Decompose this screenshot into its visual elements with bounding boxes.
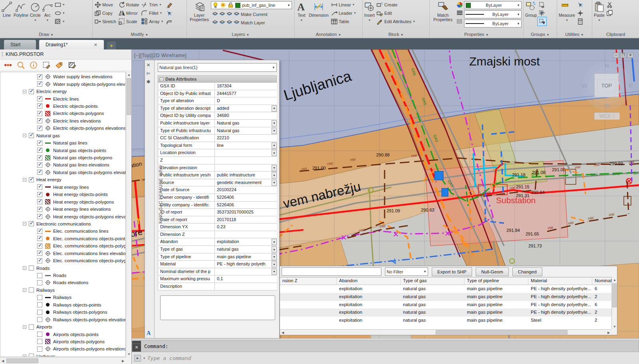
match-layer-button[interactable]: Match Layer <box>211 18 294 27</box>
tree-item[interactable]: Railways objects-points <box>0 301 125 309</box>
tree-checkbox[interactable] <box>37 74 42 79</box>
array-button[interactable]: Array▼ <box>140 17 165 26</box>
tree-item[interactable]: Roads <box>0 272 125 279</box>
attribute-value[interactable] <box>215 157 277 164</box>
text-button[interactable]: AText▼ <box>296 0 308 31</box>
data-attributes-header[interactable]: − Data Attributes <box>158 75 277 83</box>
attribute-value[interactable]: 5226406 <box>215 202 277 209</box>
attribute-value[interactable]: line <box>215 142 272 149</box>
panel-title-annotation[interactable]: Annotation ▼ <box>295 32 362 38</box>
linear-button[interactable]: Linear▼ <box>330 0 357 9</box>
tree-item[interactable]: Natural gas objects-polygons <box>0 154 125 161</box>
tree-checkbox[interactable] <box>37 162 42 168</box>
viewcube[interactable]: N W E S TOP WCS▽ <box>585 64 629 124</box>
tree-hscrollbar[interactable]: ◀▶ <box>0 357 126 364</box>
tree-checkbox[interactable] <box>37 199 42 204</box>
stretch-button[interactable]: Stretch <box>93 17 117 26</box>
fillet-button[interactable]: Fillet▼ <box>140 9 165 17</box>
tree-checkbox[interactable] <box>37 302 42 307</box>
tree-item[interactable]: −Natural gas <box>0 132 125 139</box>
command-input-row[interactable]: ▸ ▾ Type a command <box>132 352 639 364</box>
attribute-value[interactable] <box>215 149 272 156</box>
copy-clip-icon[interactable] <box>605 9 614 17</box>
viewport-controls-label[interactable]: [−][Top][2D Wireframe] <box>134 53 187 58</box>
tab-drawing1[interactable]: Drawing1* ✕ <box>39 40 104 49</box>
create-button[interactable]: Create <box>375 0 417 9</box>
tree-checkbox[interactable] <box>37 317 42 322</box>
tree-checkbox[interactable] <box>37 251 42 256</box>
tree-item[interactable]: Electric objects-points <box>0 103 125 110</box>
tree-checkbox[interactable] <box>37 346 42 352</box>
tree-item[interactable]: Natural gas objects-polygons elevations <box>0 169 125 176</box>
tree-expand-icon[interactable]: − <box>23 288 26 292</box>
quick-calc-icon[interactable] <box>576 17 585 26</box>
tree-checkbox[interactable] <box>37 126 42 131</box>
attribute-dropdown-icon[interactable]: ▼ <box>272 254 277 260</box>
group-selection-icon[interactable] <box>538 17 546 26</box>
lines-icon[interactable] <box>455 9 464 17</box>
tree-checkbox[interactable] <box>37 243 42 249</box>
column-header[interactable]: Nominal diamet <box>592 277 611 285</box>
dialog-pin-icon[interactable]: ⊨ <box>147 71 153 77</box>
description-box[interactable] <box>160 295 275 320</box>
attribute-value[interactable]: geodetic measurement <box>215 179 272 186</box>
tree-item[interactable]: Railways objects-polygons elevations <box>0 316 125 323</box>
cut-icon[interactable] <box>605 0 614 9</box>
tree-checkbox[interactable] <box>37 140 42 146</box>
tree-item[interactable]: Elec. communications objects-polygons <box>0 257 125 264</box>
tree-checkbox[interactable] <box>37 96 42 101</box>
viewcube-south[interactable]: S <box>605 102 609 109</box>
viewcube-east[interactable]: E <box>629 82 633 89</box>
attribute-value[interactable]: 20100224 <box>215 186 277 194</box>
info-icon[interactable] <box>30 61 38 69</box>
tree-item[interactable]: Natural gas lines <box>0 139 125 146</box>
tree-item[interactable]: Roads elevations <box>0 279 125 286</box>
attribute-value[interactable]: Natural gas <box>215 127 272 135</box>
layer-tool-icon[interactable] <box>226 20 233 26</box>
close-icon[interactable]: ✕ <box>627 53 633 58</box>
trim-button[interactable]: Trim▼ <box>140 0 165 9</box>
tree-item[interactable]: Airports objects-polygons <box>0 338 125 345</box>
attribute-value[interactable]: 5226406 <box>215 194 277 201</box>
tree-checkbox[interactable] <box>37 148 42 153</box>
id-point-icon[interactable] <box>576 9 585 17</box>
tree-item[interactable]: Electric objects-polygons <box>0 110 125 117</box>
attribute-dropdown-icon[interactable]: ▼ <box>272 172 277 178</box>
layer-tool-icon[interactable] <box>212 11 218 18</box>
tree-checkbox[interactable] <box>37 236 42 241</box>
panel-title-draw[interactable]: Draw ▼ <box>0 32 92 38</box>
filter-input[interactable] <box>282 267 381 276</box>
restore-icon[interactable]: ❐ <box>620 53 626 58</box>
lineweight-bylayer-dropdown[interactable]: ByLayer▼ <box>464 10 522 18</box>
layer-tool-icon[interactable] <box>234 20 240 26</box>
tree-item[interactable]: Elec. communications objects-points <box>0 235 125 242</box>
attribute-dropdown-icon[interactable]: ▼ <box>272 261 277 267</box>
layer-dropdown[interactable]: pub_inf_gas_line▼ <box>211 1 292 9</box>
tree-item[interactable]: −Electric energy <box>0 88 125 95</box>
tree-checkbox[interactable] <box>37 339 42 344</box>
tree-item[interactable]: Electric lines <box>0 95 125 102</box>
tree-checkbox[interactable] <box>37 229 42 234</box>
tree-expand-icon[interactable]: − <box>23 325 26 329</box>
command-close-icon[interactable]: ✕ <box>135 345 138 350</box>
attribute-value[interactable] <box>215 283 277 290</box>
arc-button[interactable]: Arc▼ <box>42 0 54 31</box>
attribute-value[interactable]: 24441577 <box>215 90 277 97</box>
edit-attributes-button[interactable]: Edit Attributes▼ <box>375 17 417 26</box>
tree-checkbox[interactable] <box>29 265 34 271</box>
attribute-value[interactable]: 20170118 <box>215 216 277 224</box>
attribute-value[interactable]: Natural gas <box>215 120 272 127</box>
tree-item[interactable]: −Railways <box>0 287 125 294</box>
zoom-icon[interactable] <box>17 61 25 69</box>
tree-checkbox[interactable] <box>29 133 34 138</box>
scale-button[interactable]: Scale <box>117 17 140 26</box>
tree-item[interactable]: Airports objects-points <box>0 330 125 338</box>
drawing-viewport[interactable]: Zmajski mostLjubljanicavem nabrežjuation… <box>132 49 639 364</box>
edit-selection-icon[interactable] <box>42 61 50 69</box>
color-bylayer-dropdown[interactable]: ByLayer▼ <box>464 1 522 9</box>
tree-item[interactable]: Natural gas lines elevations <box>0 161 125 168</box>
layer-tool-icon[interactable] <box>219 11 226 18</box>
tree-checkbox[interactable] <box>37 273 42 278</box>
panel-title-properties[interactable]: Properties ▼ <box>430 32 523 38</box>
attribute-dropdown-icon[interactable]: ▼ <box>272 246 277 253</box>
